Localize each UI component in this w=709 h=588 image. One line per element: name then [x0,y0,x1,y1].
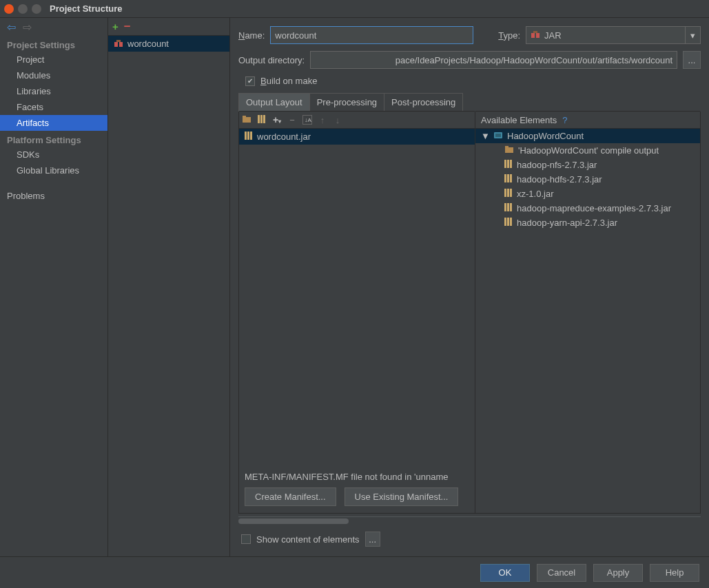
jar-file-icon [245,131,253,143]
svg-rect-10 [263,115,265,123]
available-item[interactable]: xz-1.0.jar [475,187,700,201]
artifact-list-panel: + − wordcount [108,18,230,556]
svg-rect-31 [507,218,509,226]
add-artifact-icon[interactable]: + [112,21,119,32]
add-jar-icon[interactable] [257,114,267,126]
jar-tree-item[interactable]: wordcount.jar [239,129,475,145]
available-item[interactable]: hadoop-mapreduce-examples-2.7.3.jar [475,201,700,216]
type-dropdown[interactable]: JAR ▾ [526,26,701,44]
layout-toolbar: +▾ − ↓A ↑ ↓ [239,111,475,129]
output-dir-label: Output directory: [238,55,305,65]
svg-rect-15 [495,134,501,137]
output-layout-tree[interactable]: wordcount.jar [239,129,475,466]
sidebar-item-global-libraries[interactable]: Global Libraries [0,162,107,178]
available-item-label: hadoop-mapreduce-examples-2.7.3.jar [517,203,671,213]
available-item-label: hadoop-hdfs-2.7.3.jar [517,174,602,185]
ok-button[interactable]: OK [480,564,530,582]
tab-pre-processing[interactable]: Pre-processing [310,94,384,111]
cancel-button[interactable]: Cancel [537,564,586,582]
tree-expand-icon[interactable]: ▼ [481,131,489,141]
dialog-footer: OK Cancel Apply Help [0,556,709,588]
create-manifest-button[interactable]: Create Manifest... [245,487,336,506]
sidebar-item-modules[interactable]: Modules [0,67,107,83]
svg-rect-8 [258,115,260,123]
tab-output-layout[interactable]: Output Layout [239,94,310,111]
tab-post-processing[interactable]: Post-processing [384,94,462,111]
browse-output-button[interactable]: ... [683,51,701,69]
svg-rect-16 [505,147,513,153]
available-root-label: HadoopWordCount [507,131,584,141]
type-value: JAR [544,30,562,41]
apply-button[interactable]: Apply [593,564,643,582]
sidebar-item-facets[interactable]: Facets [0,99,107,115]
available-item-label: hadoop-nfs-2.7.3.jar [517,160,597,170]
artifact-detail-panel: Name: Type: JAR ▾ Output directory: ... … [230,18,709,556]
available-item[interactable]: hadoop-nfs-2.7.3.jar [475,158,700,172]
artifact-list-item[interactable]: wordcount [108,36,229,52]
name-input[interactable] [270,26,473,44]
svg-rect-7 [243,116,246,118]
sidebar-item-project[interactable]: Project [0,52,107,67]
available-root-item[interactable]: ▼ HadoopWordCount [475,129,700,143]
sort-icon[interactable]: ↓A [302,115,312,125]
svg-rect-32 [510,218,512,226]
window-maximize-icon[interactable] [32,4,41,14]
svg-rect-28 [507,203,509,211]
build-on-make-label: Build on make [260,76,317,86]
horizontal-scrollbar[interactable] [238,516,701,525]
nav-back-icon[interactable]: ⇦ [7,21,16,34]
svg-rect-13 [250,132,252,140]
available-elements-tree[interactable]: ▼ HadoopWordCount 'HadoopWordCount' comp… [475,129,700,513]
available-item[interactable]: hadoop-hdfs-2.7.3.jar [475,172,700,187]
svg-rect-27 [504,203,506,211]
output-dir-input[interactable] [310,51,677,69]
help-icon[interactable]: ? [562,115,567,125]
sidebar-item-sdks[interactable]: SDKs [0,147,107,162]
svg-rect-5 [533,31,537,33]
svg-rect-20 [510,160,512,168]
library-jar-icon [504,159,513,171]
sidebar-item-artifacts[interactable]: Artifacts [0,115,107,131]
layout-tabs: Output Layout Pre-processing Post-proces… [238,93,463,112]
move-up-icon: ↑ [318,115,327,125]
compile-output-icon [504,145,514,156]
available-item[interactable]: 'HadoopWordCount' compile output [475,143,700,158]
svg-rect-4 [536,33,540,38]
sidebar-item-libraries[interactable]: Libraries [0,83,107,99]
library-jar-icon [504,174,513,185]
nav-forward-icon: ⇨ [23,21,32,34]
svg-rect-1 [119,42,123,47]
scrollbar-thumb[interactable] [238,518,349,524]
svg-rect-22 [507,174,509,182]
window-minimize-icon[interactable] [18,4,28,14]
titlebar: Project Structure [0,0,709,18]
svg-rect-2 [116,40,121,42]
library-jar-icon [504,202,513,214]
svg-rect-19 [507,160,509,168]
available-item-label: 'HadoopWordCount' compile output [518,145,659,156]
show-content-browse-button[interactable]: ... [365,532,380,547]
svg-rect-18 [504,160,506,168]
svg-rect-30 [504,218,506,226]
window-title: Project Structure [50,3,122,14]
sidebar-item-problems[interactable]: Problems [0,188,107,204]
build-on-make-checkbox[interactable]: ✔ [245,76,255,86]
new-folder-icon[interactable] [242,114,251,126]
remove-item-icon[interactable]: − [287,115,297,125]
use-existing-manifest-button[interactable]: Use Existing Manifest... [345,487,459,506]
module-icon [493,130,503,142]
section-project-settings: Project Settings [0,36,107,52]
add-copy-icon[interactable]: +▾ [272,114,282,125]
jar-item-label: wordcount.jar [257,132,311,142]
available-item[interactable]: hadoop-yarn-api-2.7.3.jar [475,216,700,230]
show-content-checkbox[interactable]: ✔ [241,534,251,544]
available-item-label: xz-1.0.jar [517,189,553,199]
svg-rect-6 [243,117,251,123]
show-content-label: Show content of elements [256,534,360,545]
available-elements-header: Available Elements [481,115,557,125]
svg-rect-25 [507,189,509,197]
svg-rect-24 [504,189,506,197]
help-button[interactable]: Help [650,564,699,582]
remove-artifact-icon[interactable]: − [124,20,131,34]
window-close-icon[interactable] [4,4,14,14]
